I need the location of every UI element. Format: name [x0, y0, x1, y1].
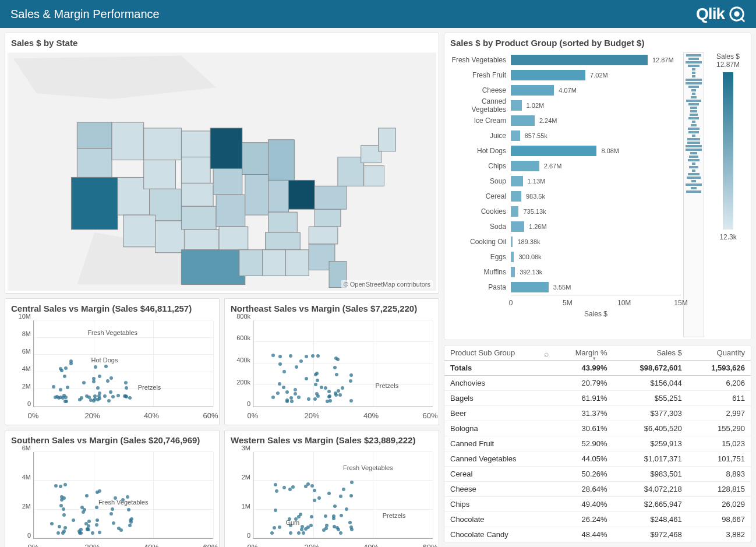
bar-scrollbar[interactable]	[683, 52, 704, 337]
scatter-panel-2[interactable]: Southern Sales vs Margin (Sales $20,746,…	[5, 430, 220, 547]
scatter-chart[interactable]: Fresh VegetablesGumPretzels01M2M3M0%20%4…	[225, 450, 439, 547]
scatter-data-label: Fresh Vegetables	[98, 499, 149, 506]
table-panel[interactable]: Product Sub Group⌕ Margin %▾ Sales $ Qua…	[444, 345, 751, 542]
bar-category: Juice	[447, 132, 511, 140]
bar-row[interactable]: Hot Dogs8.08M	[447, 143, 681, 158]
bar-category: Eggs	[447, 253, 511, 261]
table-row[interactable]: Chocolate Candy48.44%$972,4683,882	[444, 527, 751, 542]
bar-row[interactable]: Soup1.13M	[447, 174, 681, 189]
svg-rect-18	[184, 230, 219, 250]
bar-category: Soup	[447, 177, 511, 185]
bar-row[interactable]: Eggs300.08k	[447, 249, 681, 264]
col-qty[interactable]: Quantity	[688, 345, 751, 361]
svg-rect-39	[338, 157, 364, 186]
svg-rect-29	[288, 180, 315, 209]
bar-category: Soda	[447, 223, 511, 231]
col-product[interactable]: Product Sub Group⌕	[444, 345, 552, 361]
app-header: Sales & Margin Performance Qlik	[0, 0, 756, 28]
bar-value-label: 189.38k	[515, 237, 540, 247]
scatter-data-label: Hot Dogs	[91, 357, 118, 364]
table-row[interactable]: Canned Fruit52.90%$259,91315,023	[444, 436, 751, 451]
qlik-logo: Qlik	[696, 5, 746, 23]
table-row[interactable]: Cereal50.26%$983,5018,893	[444, 467, 751, 482]
svg-rect-25	[242, 143, 269, 175]
bar-value-label: 1.26M	[527, 221, 547, 232]
col-sales[interactable]: Sales $	[613, 345, 688, 361]
bar-category: Cheese	[447, 86, 511, 94]
legend-min: 12.3k	[708, 233, 748, 241]
bar-value-label: 12.87M	[650, 55, 674, 65]
scatter-title: Northeast Sales vs Margin (Sales $7,225,…	[225, 299, 439, 318]
table-row[interactable]: Cheese28.64%$4,072,218128,815	[444, 482, 751, 497]
map-panel[interactable]: Sales $ by State	[5, 33, 439, 294]
bar-row[interactable]: Pasta3.55M	[447, 280, 681, 295]
table-row[interactable]: Chocolate26.24%$248,46198,667	[444, 512, 751, 527]
bar-row[interactable]: Fresh Fruit7.02M	[447, 68, 681, 83]
bar-row[interactable]: Soda1.26M	[447, 219, 681, 234]
scatter-data-label: Fresh Vegetables	[343, 464, 393, 471]
table-row[interactable]: Bagels61.91%$55,251611	[444, 391, 751, 406]
svg-rect-32	[263, 250, 286, 276]
bar-value-label: 857.55k	[522, 130, 547, 141]
scatter-chart[interactable]: Fresh Vegetables02M4M6M0%20%40%60%	[5, 450, 219, 547]
svg-rect-19	[181, 250, 245, 285]
bar-value-label: 2.24M	[537, 115, 557, 126]
svg-rect-20	[210, 128, 242, 169]
svg-rect-28	[269, 180, 289, 212]
svg-rect-33	[285, 250, 309, 276]
bar-value-label: 3.55M	[551, 282, 571, 292]
table-row[interactable]: Bologna30.61%$6,405,520155,290	[444, 421, 751, 436]
bar-category: Hot Dogs	[447, 147, 511, 155]
col-margin[interactable]: Margin %▾	[552, 345, 613, 361]
table-row[interactable]: Chips49.40%$2,665,94726,029	[444, 497, 751, 512]
scatter-data-label: Fresh Vegetables	[87, 329, 137, 336]
bar-value-label: 735.13k	[521, 206, 546, 217]
scatter-panel-1[interactable]: Northeast Sales vs Margin (Sales $7,225,…	[224, 298, 439, 425]
bar-value-label: 1.02M	[524, 100, 545, 111]
scatter-data-label: Pretzels	[375, 382, 398, 389]
table-row[interactable]: Beer31.37%$377,3032,997	[444, 406, 751, 421]
svg-point-1	[734, 11, 739, 16]
bar-row[interactable]: Cooking Oil189.38k	[447, 234, 681, 249]
bar-row[interactable]: Cheese4.07M	[447, 83, 681, 98]
bar-row[interactable]: Fresh Vegetables12.87M	[447, 52, 681, 68]
scatter-data-label: Pretzels	[138, 384, 161, 391]
bar-value-label: 4.07M	[556, 85, 577, 96]
bar-chart[interactable]: Fresh Vegetables12.87MFresh Fruit7.02MCh…	[447, 52, 681, 337]
bar-row[interactable]: Cookies735.13k	[447, 204, 681, 219]
bar-row[interactable]: Muffins392.13k	[447, 264, 681, 280]
bar-row[interactable]: Juice857.55k	[447, 128, 681, 143]
bar-value-label: 300.08k	[516, 252, 541, 262]
bar-category: Fresh Vegetables	[447, 56, 511, 64]
bar-legend: Sales $ 12.87M 12.3k	[708, 52, 748, 337]
legend-gradient	[723, 72, 733, 230]
svg-rect-23	[219, 227, 248, 250]
data-table[interactable]: Product Sub Group⌕ Margin %▾ Sales $ Qua…	[444, 345, 751, 542]
sort-desc-icon: ▾	[593, 355, 596, 361]
bar-row[interactable]: Chips2.67M	[447, 158, 681, 174]
map-chart[interactable]: © OpenStreetMap contributors	[8, 52, 436, 291]
bar-title: Sales $ by Product Group (sorted by Budg…	[444, 33, 751, 52]
svg-rect-10	[144, 160, 176, 189]
scatter-panel-3[interactable]: Western Sales vs Margin (Sales $23,889,2…	[224, 430, 439, 547]
search-icon[interactable]: ⌕	[544, 349, 549, 358]
svg-rect-41	[364, 166, 384, 186]
bar-row[interactable]: Ice Cream2.24M	[447, 113, 681, 128]
bar-category: Muffins	[447, 268, 511, 276]
bar-category: Ice Cream	[447, 117, 511, 125]
table-row-totals[interactable]: Totals43.99%$98,672,6011,593,626	[444, 361, 751, 376]
table-row[interactable]: Anchovies20.79%$156,0446,206	[444, 376, 751, 391]
scatter-chart[interactable]: Pretzels0200k400k600k800k0%20%40%60%	[225, 318, 439, 425]
bar-row[interactable]: Canned Vegetables1.02M	[447, 98, 681, 113]
bar-row[interactable]: Cereal983.5k	[447, 189, 681, 204]
bar-xlabel: Sales $	[584, 310, 607, 318]
bar-panel[interactable]: Sales $ by Product Group (sorted by Budg…	[444, 33, 751, 340]
bar-value-label: 392.13k	[517, 267, 542, 277]
svg-rect-27	[269, 140, 295, 181]
table-row[interactable]: Canned Vegetables44.05%$1,017,371101,751	[444, 451, 751, 467]
svg-rect-36	[309, 227, 338, 244]
legend-title: Sales $	[708, 52, 748, 61]
bar-category: Pasta	[447, 283, 511, 291]
scatter-chart[interactable]: Fresh VegetablesHot DogsPretzels02M4M6M8…	[5, 318, 219, 425]
scatter-panel-0[interactable]: Central Sales vs Margin (Sales $46,811,2…	[5, 298, 220, 425]
